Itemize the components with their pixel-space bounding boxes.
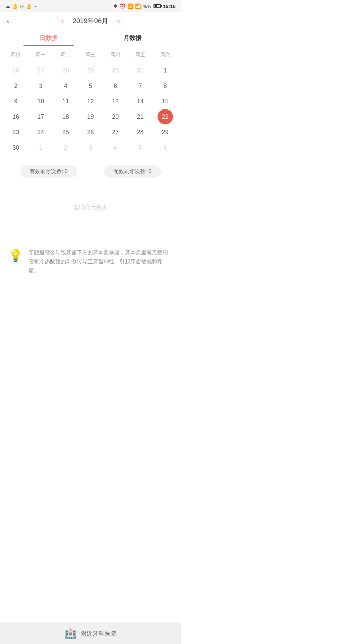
signal-icon: 📶 [135,3,141,9]
more-icon: ··· [34,3,38,9]
calendar-day[interactable]: 2 [3,78,28,94]
alarm-icon: ⏰ [120,3,125,9]
calendar-day[interactable]: 18 [53,109,78,124]
today-date[interactable]: 22 [158,109,173,124]
calendar-days: 2627282930311234567891011121314151617181… [3,63,178,155]
calendar-day[interactable]: 27 [28,63,53,78]
calendar-day-label: 6 [164,140,167,155]
calendar-day-label: 11 [62,94,69,109]
calendar-day-label: 26 [87,125,94,140]
weekday-wed: 周三 [78,50,103,60]
calendar: 周日 周一 周二 周三 周四 周五 周六 2627282930311234567… [0,46,181,159]
calendar-day[interactable]: 24 [28,124,53,140]
month-title: 2019年06月 [73,16,109,25]
wifi-icon: 📶 [127,3,133,9]
valid-count-badge: 有效刷牙次数: 0 [20,165,77,178]
invalid-count-badge: 无效刷牙次数: 0 [104,165,161,178]
calendar-day[interactable]: 26 [78,124,103,140]
calendar-day[interactable]: 6 [103,78,128,94]
status-right: ✱ ⏰ 📶 📶 48% 16:16 [114,3,176,9]
calendar-day[interactable]: 9 [3,94,28,109]
calendar-day-label: 4 [114,140,117,155]
calendar-day[interactable]: 1 [28,140,53,155]
calendar-day[interactable]: 26 [3,63,28,78]
calendar-day[interactable]: 15 [153,94,178,109]
calendar-day-label: 5 [89,78,92,94]
calendar-day[interactable]: 4 [103,140,128,155]
no-data-message: 暂时尚无数据 [0,183,181,238]
calendar-day[interactable]: 20 [103,109,128,124]
back-button[interactable]: ‹ [7,17,9,25]
stats-row: 有效刷牙次数: 0 无效刷牙次数: 0 [0,160,181,183]
calendar-day[interactable]: 11 [53,94,78,109]
calendar-day-label: 12 [87,94,94,109]
calendar-day[interactable]: 29 [78,63,103,78]
status-bar: ☁ 🔔 ◎ 🔔 ··· ✱ ⏰ 📶 📶 48% 16:16 [0,0,181,12]
calendar-day-label: 1 [164,63,167,78]
calendar-day-label: 19 [87,109,94,124]
calendar-day[interactable]: 12 [78,94,103,109]
weekday-thu: 周四 [103,50,128,60]
battery-icon [154,4,161,8]
time-display: 16:16 [163,3,176,9]
tip-section: 💡 牙龈退缩会导致牙龈下方的牙本质暴露，牙本质里有无数细管将冷热酸甜的刺激传导至… [0,241,181,282]
next-month-button[interactable]: › [115,16,122,26]
calendar-day[interactable]: 30 [3,140,28,155]
calendar-day[interactable]: 28 [128,124,153,140]
calendar-day[interactable]: 21 [128,109,153,124]
calendar-day-label: 6 [114,78,117,94]
calendar-day-label: 28 [62,63,69,78]
prev-month-button[interactable]: ‹ [59,16,66,26]
calendar-day[interactable]: 25 [53,124,78,140]
notification-icon: 🔔 [12,3,18,9]
tab-daily[interactable]: 日数据 [7,30,90,46]
calendar-day-label: 17 [37,109,44,124]
calendar-day-label: 2 [14,78,17,94]
calendar-day-label: 18 [62,109,69,124]
tab-bar: 日数据 月数据 [7,30,174,46]
lightbulb-icon: 💡 [8,249,23,263]
month-navigation: ‹ 2019年06月 › [59,16,123,26]
calendar-day[interactable]: 7 [128,78,153,94]
calendar-day-label: 13 [112,94,119,109]
calendar-day[interactable]: 14 [128,94,153,109]
calendar-day[interactable]: 27 [103,124,128,140]
calendar-day[interactable]: 17 [28,109,53,124]
tab-monthly[interactable]: 月数据 [90,30,174,46]
calendar-day[interactable]: 23 [3,124,28,140]
calendar-day[interactable]: 22 [153,109,178,124]
weekday-tue: 周二 [53,50,78,60]
calendar-day[interactable]: 31 [128,63,153,78]
calendar-day[interactable]: 10 [28,94,53,109]
calendar-day[interactable]: 5 [78,78,103,94]
calendar-day-label: 1 [39,140,42,155]
calendar-day[interactable]: 8 [153,78,178,94]
calendar-day[interactable]: 28 [53,63,78,78]
notification-icon-2: 🔔 [26,3,32,9]
calendar-day-label: 21 [137,109,144,124]
app-icon-1: ◎ [20,3,24,9]
battery-percent: 48% [143,4,152,9]
weekday-fri: 周五 [128,50,153,60]
calendar-day-label: 10 [37,94,44,109]
calendar-day-label: 8 [164,78,167,94]
calendar-day[interactable]: 29 [153,124,178,140]
calendar-day-label: 20 [112,109,119,124]
calendar-day[interactable]: 1 [153,63,178,78]
calendar-day[interactable]: 30 [103,63,128,78]
cloud-icon: ☁ [5,3,10,9]
calendar-day[interactable]: 3 [78,140,103,155]
calendar-day[interactable]: 19 [78,109,103,124]
calendar-day[interactable]: 4 [53,78,78,94]
calendar-day-label: 28 [137,125,144,140]
calendar-day[interactable]: 5 [128,140,153,155]
calendar-day-label: 7 [139,78,142,94]
calendar-day[interactable]: 3 [28,78,53,94]
weekday-sun: 周日 [3,50,28,60]
calendar-day-label: 23 [12,125,19,140]
calendar-day[interactable]: 2 [53,140,78,155]
calendar-day[interactable]: 16 [3,109,28,124]
calendar-day[interactable]: 6 [153,140,178,155]
calendar-day-label: 16 [12,109,19,124]
calendar-day[interactable]: 13 [103,94,128,109]
